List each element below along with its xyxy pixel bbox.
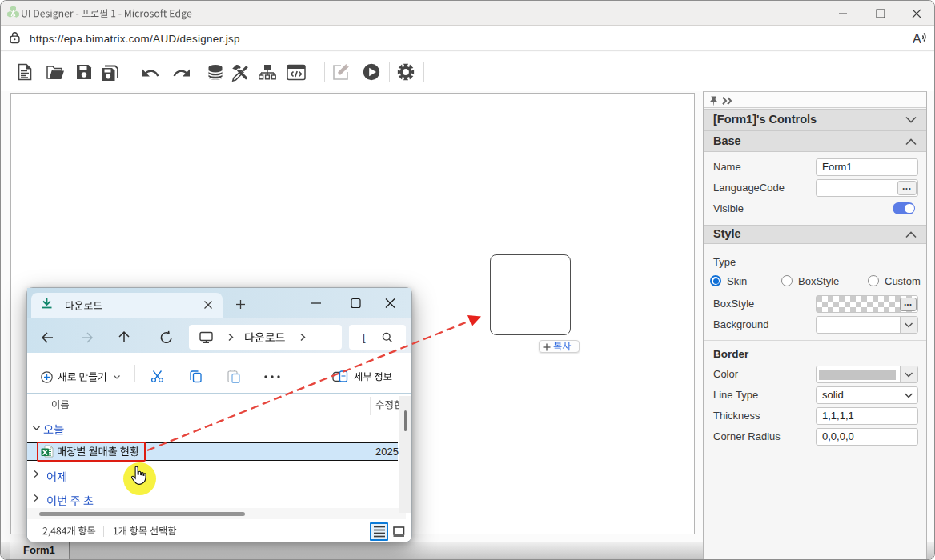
svg-text:A: A bbox=[913, 32, 921, 46]
